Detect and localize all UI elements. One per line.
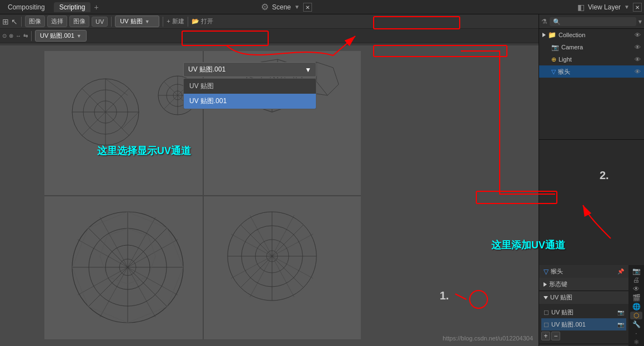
- scene-expand-icon: ▼: [294, 4, 300, 10]
- uv-mode-icon[interactable]: ⊞: [2, 17, 9, 26]
- section-uv-maps: UV 贴图 ◻ UV 贴图 📷 ◻ UV 贴图.001: [539, 291, 628, 344]
- section-shape-keys-header[interactable]: 形态键: [539, 278, 628, 291]
- prop-icon-view[interactable]: 👁: [630, 285, 642, 293]
- monkey-visibility-icon[interactable]: 👁: [635, 68, 641, 75]
- light-label: Light: [559, 56, 572, 63]
- collection-expand-icon: [542, 33, 546, 37]
- camera-icon: 📷: [551, 44, 559, 51]
- properties-area: 📷 🖨 👁 🎬 🌐 ⬡ 🔧 · ⚛ 🔗 ▿ ◉ ▽ 猴头 📌: [539, 140, 644, 346]
- prop-icon-particles[interactable]: ·: [630, 329, 642, 337]
- uv-subtoolbar: ⊙ ⊗ ↔ ⇆ UV 贴图.001 ▼: [0, 29, 539, 43]
- outliner-filter-icon[interactable]: ⚗: [541, 18, 547, 26]
- uv-dropdown-menu: UV 贴图 UV 贴图.001: [183, 78, 316, 109]
- subtoolbar-sep: [31, 31, 32, 41]
- uv-add-button[interactable]: +: [541, 332, 550, 340]
- prop-content: ▽ 猴头 📌 形态键 UV 贴图: [539, 265, 628, 346]
- shape-keys-expand-icon: [544, 282, 547, 287]
- pin-icon[interactable]: 📌: [617, 268, 624, 274]
- uv-dropdown-trigger-chevron: ▼: [305, 66, 311, 74]
- section-shape-keys: 形态键: [539, 278, 628, 291]
- collection-visibility-icon[interactable]: 👁: [635, 32, 641, 38]
- object-name-label: 猴头: [551, 267, 563, 276]
- viewlayer-expand-icon: ▼: [624, 4, 630, 10]
- uv-toolbar: ⊞ ↖ 图像 选择 图像 UV UV 贴图 ▼ + 新建 📂 打开: [0, 14, 539, 29]
- scene-label: Scene: [272, 3, 291, 11]
- outliner-item-light[interactable]: ⊕ Light 👁: [539, 53, 644, 65]
- light-visibility-icon[interactable]: 👁: [635, 56, 641, 63]
- uv-channel-selector[interactable]: UV 贴图 ▼: [115, 16, 159, 27]
- tab-scripting[interactable]: Scripting: [54, 2, 91, 12]
- object-name-section: ▽ 猴头 📌: [539, 265, 628, 278]
- prop-icon-render[interactable]: 📷: [630, 267, 642, 275]
- outliner-search-input[interactable]: [550, 17, 636, 26]
- uv-editor: ⊞ ↖ 图像 选择 图像 UV UV 贴图 ▼ + 新建 📂 打开 ⊙ ⊗ ↔ …: [0, 14, 539, 346]
- section-uv-label: UV 贴图: [550, 293, 572, 302]
- collection-icon: 📁: [548, 31, 556, 39]
- camera-visibility-icon[interactable]: 👁: [635, 44, 641, 50]
- outliner-item-collection[interactable]: 📁 Collection 👁: [539, 29, 644, 41]
- menu-uv[interactable]: UV: [92, 17, 108, 27]
- object-type-icon: ▽: [544, 268, 549, 276]
- toolbar-sep-4: [188, 17, 188, 27]
- svg-line-43: [122, 112, 139, 129]
- prop-icon-output[interactable]: 🖨: [630, 276, 642, 284]
- outliner-item-monkey[interactable]: ▽ 猴头 👁: [539, 65, 644, 78]
- main-area: ⊞ ↖ 图像 选择 图像 UV UV 贴图 ▼ + 新建 📂 打开 ⊙ ⊗ ↔ …: [0, 14, 644, 346]
- uv-map-label-1: UV 贴图: [551, 308, 615, 317]
- uv-cursor-icon[interactable]: ↖: [11, 17, 18, 26]
- monkey-icon: ▽: [551, 68, 556, 75]
- toolbar-new-label[interactable]: + 新建: [167, 17, 184, 26]
- viewlayer-label: View Layer: [588, 3, 621, 11]
- uv-canvas[interactable]: UV 贴图.001 ▼ UV 贴图 UV 贴图.001: [0, 45, 539, 346]
- scene-icon: ⚙: [261, 2, 269, 12]
- uv-map-icon-1: ◻: [544, 308, 549, 316]
- menu-image[interactable]: 图像: [25, 16, 45, 27]
- uv-subtool-3[interactable]: ↔: [16, 33, 21, 39]
- uv-subtool-4[interactable]: ⇆: [23, 33, 28, 39]
- svg-line-20: [316, 82, 328, 95]
- prop-icon-modifier[interactable]: 🔧: [630, 320, 642, 328]
- menu-image2[interactable]: 图像: [69, 16, 89, 27]
- section-uv-header[interactable]: UV 贴图: [539, 291, 628, 304]
- uv-dropdown-arrow: ▼: [77, 33, 82, 39]
- toolbar-sep-3: [163, 17, 163, 27]
- uv-remove-button[interactable]: −: [551, 332, 560, 340]
- collection-label: Collection: [559, 32, 585, 38]
- uv-dropdown-trigger-btn[interactable]: UV 贴图.001 ▼: [35, 30, 87, 42]
- uv-dropdown-menu-container: UV 贴图.001 ▼ UV 贴图 UV 贴图.001: [183, 62, 316, 109]
- prop-icon-physics[interactable]: ⚛: [630, 338, 642, 346]
- prop-icon-object[interactable]: ⬡: [630, 312, 642, 319]
- menu-select[interactable]: 选择: [47, 16, 67, 27]
- right-panel: ⚗ ▾ 📁 Collection 👁 📷 Camera 👁 ⊕ Light: [539, 14, 644, 346]
- uv-map-camera-1[interactable]: 📷: [617, 309, 624, 316]
- monkey-label: 猴头: [558, 68, 570, 76]
- uv-subtool-1[interactable]: ⊙: [2, 33, 7, 39]
- section-shape-keys-label: 形态键: [549, 280, 567, 288]
- uv-map-buttons: + −: [541, 330, 626, 342]
- add-workspace-button[interactable]: +: [94, 3, 98, 12]
- uv-option-2[interactable]: UV 贴图.001: [184, 94, 316, 109]
- uv-map-item-1[interactable]: ◻ UV 贴图 📷: [541, 306, 626, 318]
- light-icon: ⊕: [551, 56, 556, 63]
- viewlayer-icon: ◧: [577, 3, 585, 12]
- viewlayer-close-icon[interactable]: ✕: [633, 3, 642, 12]
- prop-sidebar: 📷 🖨 👁 🎬 🌐 ⬡ 🔧 · ⚛ 🔗 ▿ ◉: [628, 265, 644, 346]
- tab-compositing[interactable]: Compositing: [2, 2, 51, 12]
- scene-close-icon[interactable]: ✕: [303, 3, 312, 12]
- outliner-filter-btn[interactable]: ▾: [638, 18, 642, 26]
- uv-dropdown-trigger[interactable]: UV 贴图.001 ▼: [183, 62, 316, 77]
- prop-icon-world[interactable]: 🌐: [630, 303, 642, 311]
- uv-section-expand-icon: [544, 296, 548, 299]
- uv-map-item-2[interactable]: ◻ UV 贴图.001 📷: [541, 318, 626, 330]
- outliner-item-camera[interactable]: 📷 Camera 👁: [539, 41, 644, 53]
- uv-option-1[interactable]: UV 贴图: [184, 79, 316, 94]
- prop-icon-scene[interactable]: 🎬: [630, 294, 642, 302]
- uv-map-camera-2[interactable]: 📷: [617, 322, 624, 328]
- toolbar-sep-1: [21, 17, 22, 27]
- outliner: 📁 Collection 👁 📷 Camera 👁 ⊕ Light 👁 ▽ 猴头: [539, 29, 644, 140]
- uv-subtool-2[interactable]: ⊗: [9, 33, 13, 39]
- uv-section-body: ◻ UV 贴图 📷 ◻ UV 贴图.001 📷 +: [539, 304, 628, 344]
- toolbar-open-label[interactable]: 📂 打开: [192, 17, 213, 26]
- top-bar: Compositing Scripting + ⚙ Scene ▼ ✕ ◧ Vi…: [0, 0, 644, 14]
- url-text: https://blog.csdn.net/u012204304: [442, 335, 533, 342]
